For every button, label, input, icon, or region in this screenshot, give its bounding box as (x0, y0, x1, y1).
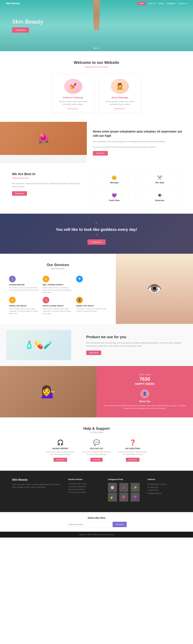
nav-link-home[interactable]: Home (137, 2, 145, 5)
footer-address-title: Address (147, 478, 181, 480)
facial-label: Facial Style (96, 199, 132, 202)
pedicure-read-more[interactable]: ▶ Read More (57, 108, 90, 110)
footer-instagram-grid: 🌸 💄 ✨ 💅 🌺 💜 (108, 483, 141, 502)
hero-dot-1[interactable] (94, 48, 95, 49)
testimonials-section: 💁‍♀️ TOTAL USERS 7630 HAPPY USERS 👤 Stev… (0, 366, 193, 418)
about-image: 🌺 (0, 122, 87, 155)
footer: Skin Beauty Lorem ipsum dolor sit amet, … (0, 471, 193, 512)
quote-mark-open: " (95, 223, 98, 226)
help-cards: 🎧 ONLINE SUPPORT Donec rutrum congue leo… (12, 439, 181, 462)
footer-grid: Skin Beauty Lorem ipsum dolor sit amet, … (12, 478, 181, 502)
best-left: We Are Best In Caption placed Here Nam q… (12, 172, 84, 196)
hero-title: Skin Beauty (12, 19, 193, 25)
best-feature-facial: 💜 Facial Style (93, 190, 136, 205)
live-chat-button[interactable]: Live Chat (90, 458, 103, 462)
hero-read-more-button[interactable]: Read More (12, 28, 29, 33)
products-read-more-button[interactable]: Read More (86, 350, 101, 355)
hero-dot-2[interactable] (96, 48, 97, 49)
help-card-chat: 💬 LIVE CHAT 24/7 Donec rutrum congue leo… (81, 439, 112, 462)
services-right: 👁️ (116, 254, 193, 324)
nav-link-contact[interactable]: Contact Us (178, 2, 187, 4)
quote-text: You will like to look like goddess every… (56, 227, 137, 232)
testimonials-content: TOTAL USERS 7630 HAPPY USERS 👤 Steve Joe… (97, 366, 193, 418)
help-section: Help & Support 24 Hours Online 🎧 ONLINE … (0, 418, 193, 471)
insta-item-4[interactable]: 💅 (108, 492, 117, 502)
best-desc: Nam quis metus, a facilisi ante elementu… (12, 182, 84, 188)
nav-link-gallery[interactable]: Gallery (158, 2, 164, 4)
testimonials-image-side: 💁‍♀️ (0, 366, 97, 418)
eyebrows-label: Eyebrows (142, 199, 178, 202)
online-support-icon: 🎧 (45, 439, 75, 446)
questions-title: ANY QUESTIONS (118, 448, 148, 450)
footer-article-4[interactable]: Ut labore et dolore magna (68, 492, 102, 493)
insta-item-3[interactable]: ✨ (131, 483, 140, 492)
online-support-desc: Donec rutrum congue leo eget malesuada. … (45, 451, 75, 456)
testimonial-avatar: 👤 (140, 389, 149, 398)
experts-icon: ⭐ (43, 276, 49, 282)
total-label: TOTAL USERS (139, 374, 151, 376)
massage-label: Massage (96, 182, 132, 184)
scrubs-desc: Donec rutrum congue leo eget malesuada. … (9, 286, 40, 291)
subscribe-email-input[interactable] (66, 522, 113, 527)
services-subtitle: New Treatments (9, 268, 107, 270)
welcome-section: Welcome to our Website Experience the ar… (0, 51, 193, 122)
best-read-more-button[interactable]: Read More (12, 191, 27, 196)
address-line-2: NY 10001, USA (147, 486, 181, 489)
help-subtitle: 24 Hours Online (12, 431, 181, 433)
scrubs-icon: 🔬 (9, 276, 16, 282)
best-caption: Caption placed Here (12, 176, 84, 180)
service-card-pedicure: 💅 Pedicure & Beauty Ut enim ad minim ven… (52, 74, 94, 113)
questions-button[interactable]: Read More (126, 458, 139, 462)
quote-section: " You will like to look like goddess eve… (0, 214, 193, 254)
questions-icon: ❓ (118, 439, 148, 446)
quote-contact-button[interactable]: Contact Us (87, 240, 106, 245)
best-inner: We Are Best In Caption placed Here Nam q… (12, 172, 181, 205)
online-support-button[interactable]: Read More (54, 458, 67, 462)
pedicure-icon: 💅 (64, 79, 82, 94)
footer-desc: Lorem ipsum dolor sit amet, consectetur … (12, 483, 62, 488)
products-image-side: 🧴💊🧪 (0, 324, 77, 366)
service-item-herbal1: ⭐ HERBAL SPA TREATS Rutrum congue dictum… (9, 297, 40, 315)
spa-read-more[interactable]: ▶ Read More (103, 108, 136, 110)
help-title: Help & Support (12, 426, 181, 431)
services-section: Our Services New Treatments 🔬 SCRUBS MED… (0, 254, 193, 324)
hero-dot-3[interactable] (98, 48, 99, 49)
footer-instagram-title: Instagram Posts (108, 478, 141, 480)
read-more-icon: ▶ (68, 108, 69, 110)
live-chat-title: LIVE CHAT 24/7 (81, 448, 112, 450)
questions-desc: Donec rutrum congue leo eget malesuada. … (118, 451, 148, 456)
testimonials-image: 💁‍♀️ (0, 366, 97, 418)
service-item-roots: ✏️ ROOTS & SCRUB TREATS Congue rutrum co… (43, 297, 73, 315)
address-line-1: 123 Beauty Street, New York (147, 483, 181, 486)
hair-label: Hair Style (142, 182, 178, 184)
help-card-online: 🎧 ONLINE SUPPORT Donec rutrum congue leo… (45, 439, 75, 462)
insta-item-1[interactable]: 🌸 (108, 483, 117, 492)
pedicure-title: Pedicure & Beauty (57, 96, 90, 99)
footer-article-1[interactable]: Lorem ipsum dolor sit amet (68, 483, 102, 484)
best-features-grid: 😊 Massage ✂️ Hair Style 💜 Facial Style 👁… (93, 172, 181, 205)
roots-desc: Congue rutrum congue leo eget magna male… (43, 308, 73, 315)
welcome-title: Welcome to our Website (12, 60, 181, 65)
footer-article-2[interactable]: Consectetur adipiscing elit (68, 486, 102, 488)
extra-icon: 💎 (76, 276, 83, 282)
footer-article-3[interactable]: Sed do eiusmod tempor (68, 488, 102, 490)
insta-item-6[interactable]: 💜 (131, 492, 140, 502)
herbal2-desc: Cras ultricies congue rutrum congue leo … (76, 308, 107, 312)
live-chat-icon: 💬 (81, 439, 112, 446)
best-title: We Are Best In (12, 172, 84, 176)
spa-title: Spa & Massage (103, 96, 136, 99)
service-item-experts: ⭐ WELL TRAINED EXPERTS Rutrum congue dic… (43, 276, 73, 294)
nav-link-navigation[interactable]: Navigation (167, 2, 175, 4)
insta-item-5[interactable]: 🌺 (119, 492, 128, 502)
footer-brand-col: Skin Beauty Lorem ipsum dolor sit amet, … (12, 478, 62, 502)
insta-item-2[interactable]: 💄 (119, 483, 128, 492)
nav-link-about[interactable]: About Us (148, 2, 156, 4)
spa-desc: Ut enim ad minim veniam, quis nostrud ex… (103, 100, 136, 106)
about-title: Nemo enim ipsam voluptatem quia voluptas… (93, 129, 184, 138)
subscribe-button[interactable]: Subscribe (113, 522, 127, 527)
best-feature-eyebrows: 👁️ Eyebrows (139, 190, 181, 205)
facial-icon: 💜 (96, 193, 132, 198)
subscribe-form: Subscribe (66, 522, 127, 527)
about-read-more-button[interactable]: Read More (93, 151, 108, 156)
spa-icon: 💆 (111, 79, 129, 94)
